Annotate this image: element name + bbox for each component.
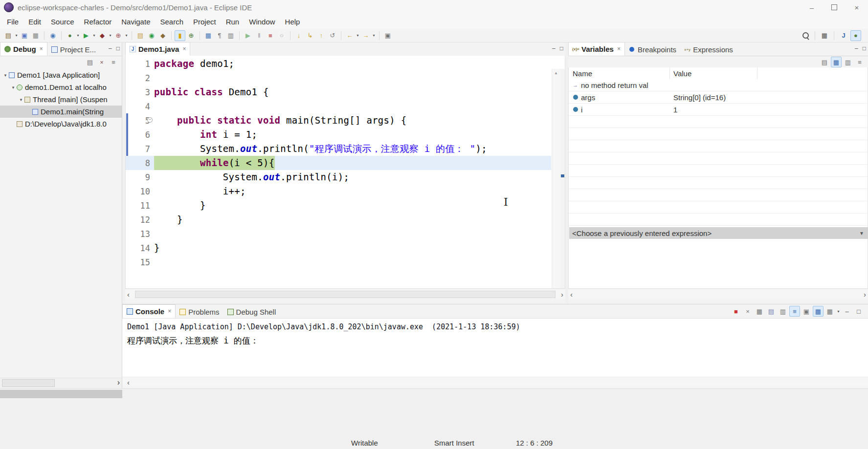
scrollbar-thumb[interactable]	[2, 379, 55, 387]
code-line[interactable]: 7 System.out.println("程序调试演示，注意观察 i 的值： …	[126, 142, 551, 156]
scroll-right-icon[interactable]: ›	[864, 289, 866, 299]
new-package-icon[interactable]: ◆	[157, 30, 168, 41]
variable-row[interactable]: no method return val	[569, 79, 868, 91]
scroll-right-icon[interactable]: ›	[117, 378, 120, 387]
tab-demo1-java[interactable]: Demo1.java ×	[125, 42, 190, 56]
tab-breakpoints[interactable]: Breakpoints	[625, 43, 680, 56]
dropdown-arrow-icon[interactable]: ▾	[372, 33, 376, 38]
minimize-window-button[interactable]: –	[801, 0, 823, 15]
column-header-value[interactable]: Value	[669, 67, 757, 79]
line-number[interactable]: 12	[130, 215, 154, 225]
scroll-left-icon[interactable]: ‹	[127, 377, 130, 387]
editor-vscrollbar[interactable]: ▲ ▼	[552, 69, 560, 289]
view-menu-icon[interactable]: ≡	[854, 57, 865, 67]
maximize-window-button[interactable]	[823, 0, 846, 15]
remove-launch-icon[interactable]: ×	[742, 306, 753, 317]
code-line[interactable]: 10 i++;	[126, 184, 551, 198]
line-number[interactable]: 13	[130, 229, 154, 239]
menu-source[interactable]: Source	[46, 15, 79, 29]
line-number[interactable]: 2	[130, 73, 154, 83]
debug-tree-item[interactable]: Demo1.main(String	[0, 106, 122, 118]
debug-tree-item[interactable]: ▾Demo1 [Java Application]	[0, 69, 122, 81]
word-wrap-icon[interactable]: ≡	[789, 306, 800, 317]
line-number[interactable]: 15	[130, 257, 154, 267]
debug-tree-item[interactable]: ▾Thread [main] (Suspen	[0, 93, 122, 106]
dropdown-arrow-icon[interactable]: ▾	[356, 33, 360, 38]
debug-tree-item[interactable]: ▾demo1.Demo1 at localho	[0, 81, 122, 93]
clear-console-icon[interactable]: ▤	[766, 306, 777, 317]
code-line[interactable]: 12 }	[126, 213, 551, 227]
tab-debug[interactable]: Debug ×	[0, 42, 47, 56]
maximize-view-icon[interactable]: □	[853, 306, 864, 317]
menu-refactor[interactable]: Refactor	[79, 15, 117, 29]
skip-breakpoints-icon[interactable]: ◉	[47, 30, 58, 41]
collapse-all-icon[interactable]: ▥	[843, 57, 853, 67]
code-line[interactable]: 2	[126, 71, 551, 85]
scroll-left-icon[interactable]: ‹	[127, 289, 130, 299]
close-icon[interactable]: ×	[168, 308, 171, 315]
code-line[interactable]: 5 public static void main(String[] args)…	[126, 113, 551, 128]
link-with-editor-icon[interactable]: ▣	[382, 30, 393, 41]
expander-icon[interactable]: ▾	[2, 73, 9, 78]
line-number[interactable]: 6	[130, 130, 154, 140]
code-editor[interactable]: 1package demo1;23public class Demo1 {45 …	[125, 56, 565, 289]
code-line[interactable]: 13	[126, 227, 551, 241]
line-number[interactable]: 11	[130, 201, 154, 211]
search-icon[interactable]	[800, 30, 811, 41]
variable-row[interactable]: i1	[569, 104, 868, 116]
code-line[interactable]: 11 }	[126, 198, 551, 213]
code-line[interactable]: 15	[126, 255, 551, 269]
mark-occurrences-icon[interactable]: ▮	[175, 30, 185, 41]
show-type-names-icon[interactable]: ▤	[819, 57, 830, 67]
show-whitespace-icon[interactable]: ¶	[214, 30, 225, 41]
view-menu-icon[interactable]: ≡	[108, 57, 119, 67]
display-selected-console-icon[interactable]: ▦	[813, 306, 823, 317]
remove-terminated-icon[interactable]: ×	[96, 57, 107, 67]
new-wizard-icon[interactable]: ▤	[3, 30, 14, 41]
debug-perspective-icon[interactable]: ●	[850, 30, 861, 41]
dropdown-arrow-icon[interactable]: ▾	[836, 309, 841, 314]
line-number[interactable]: 9	[130, 172, 154, 182]
scrollbar-thumb[interactable]	[135, 291, 556, 298]
collapse-all-icon[interactable]: ▤	[85, 57, 95, 67]
console-hscrollbar[interactable]: ‹	[122, 377, 868, 386]
column-header-name[interactable]: Name	[569, 67, 669, 79]
minimize-view-icon[interactable]: –	[855, 45, 858, 52]
expression-combo[interactable]: <Choose a previously entered expression>…	[569, 227, 868, 239]
dropdown-arrow-icon[interactable]: ▾	[92, 33, 96, 38]
step-into-icon[interactable]: ↓	[293, 30, 304, 41]
line-number[interactable]: 4	[130, 102, 154, 111]
menu-edit[interactable]: Edit	[23, 15, 46, 29]
scroll-lock-icon[interactable]: ▥	[778, 306, 788, 317]
tab-expressions[interactable]: Expressions	[680, 43, 737, 56]
new-annotation-icon[interactable]: ⊕	[186, 30, 197, 41]
back-icon[interactable]: ←	[344, 30, 355, 41]
code-line[interactable]: 14}	[126, 241, 551, 255]
code-line[interactable]: 6 int i = 1;	[126, 128, 551, 142]
console-output-area[interactable]: Demo1 [Java Application] D:\Develop\Java…	[122, 318, 868, 377]
menu-search[interactable]: Search	[155, 15, 188, 29]
print-icon[interactable]: ▦	[30, 30, 41, 41]
code-line[interactable]: 9 System.out.println(i);	[126, 170, 551, 184]
scroll-up-icon[interactable]: ▲	[552, 69, 560, 77]
debug-tree-hscrollbar[interactable]: ›	[0, 378, 122, 388]
debug-icon[interactable]: ●	[65, 30, 75, 41]
external-tools-icon[interactable]: ⊕	[113, 30, 124, 41]
menu-file[interactable]: File	[2, 15, 23, 29]
pin-console-icon[interactable]: ▣	[801, 306, 812, 317]
current-line-marker[interactable]	[561, 174, 564, 177]
dropdown-arrow-icon[interactable]: ▾	[124, 33, 129, 38]
remove-all-launches-icon[interactable]: ▦	[754, 306, 765, 317]
suspend-icon[interactable]: ‖	[254, 30, 265, 41]
line-number[interactable]: 7	[130, 144, 154, 154]
tab-console[interactable]: Console ×	[122, 304, 176, 318]
open-folder-icon[interactable]: ▤	[135, 30, 146, 41]
format-icon[interactable]: ▥	[225, 30, 236, 41]
debug-tree-item[interactable]: D:\Develop\Java\jdk1.8.0	[0, 118, 122, 130]
menu-project[interactable]: Project	[188, 15, 221, 29]
window-scrollbar-strip[interactable]	[0, 390, 122, 398]
close-icon[interactable]: ×	[182, 45, 186, 52]
run-icon[interactable]: ▶	[81, 30, 91, 41]
resume-icon[interactable]: ▶	[243, 30, 253, 41]
fold-collapse-icon[interactable]	[147, 117, 153, 123]
